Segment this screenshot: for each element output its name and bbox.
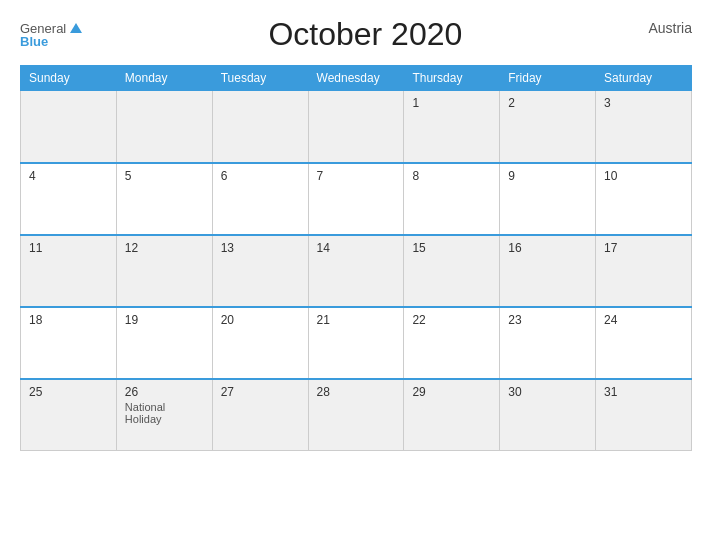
calendar-day-cell: 31 <box>596 379 692 451</box>
day-event-label: National Holiday <box>125 401 204 425</box>
calendar-header: General Blue October 2020 Austria <box>20 16 692 53</box>
day-number: 26 <box>125 385 204 399</box>
calendar-title: October 2020 <box>82 16 648 53</box>
calendar-week-row: 2526National Holiday2728293031 <box>21 379 692 451</box>
day-number: 27 <box>221 385 300 399</box>
calendar-day-cell: 26National Holiday <box>116 379 212 451</box>
day-number: 10 <box>604 169 683 183</box>
day-number: 31 <box>604 385 683 399</box>
day-number: 5 <box>125 169 204 183</box>
logo-triangle-icon <box>70 23 82 33</box>
calendar-day-cell: 1 <box>404 91 500 163</box>
calendar-day-cell <box>308 91 404 163</box>
weekday-header-sunday: Sunday <box>21 66 117 91</box>
calendar-day-cell: 10 <box>596 163 692 235</box>
day-number: 15 <box>412 241 491 255</box>
calendar-day-cell: 2 <box>500 91 596 163</box>
calendar-day-cell: 15 <box>404 235 500 307</box>
day-number: 24 <box>604 313 683 327</box>
calendar-day-cell: 30 <box>500 379 596 451</box>
calendar-day-cell <box>212 91 308 163</box>
calendar-day-cell: 27 <box>212 379 308 451</box>
calendar-table: SundayMondayTuesdayWednesdayThursdayFrid… <box>20 65 692 451</box>
calendar-day-cell: 4 <box>21 163 117 235</box>
weekday-header-saturday: Saturday <box>596 66 692 91</box>
calendar-day-cell: 11 <box>21 235 117 307</box>
day-number: 1 <box>412 96 491 110</box>
calendar-day-cell: 17 <box>596 235 692 307</box>
calendar-week-row: 18192021222324 <box>21 307 692 379</box>
calendar-container: General Blue October 2020 Austria Sunday… <box>0 0 712 550</box>
day-number: 22 <box>412 313 491 327</box>
calendar-day-cell: 22 <box>404 307 500 379</box>
day-number: 8 <box>412 169 491 183</box>
calendar-day-cell: 25 <box>21 379 117 451</box>
weekday-header-tuesday: Tuesday <box>212 66 308 91</box>
day-number: 12 <box>125 241 204 255</box>
day-number: 2 <box>508 96 587 110</box>
weekday-header-thursday: Thursday <box>404 66 500 91</box>
day-number: 29 <box>412 385 491 399</box>
day-number: 25 <box>29 385 108 399</box>
calendar-day-cell: 13 <box>212 235 308 307</box>
day-number: 7 <box>317 169 396 183</box>
day-number: 16 <box>508 241 587 255</box>
day-number: 9 <box>508 169 587 183</box>
logo-blue-text: Blue <box>20 35 48 48</box>
calendar-day-cell: 7 <box>308 163 404 235</box>
day-number: 28 <box>317 385 396 399</box>
calendar-day-cell: 29 <box>404 379 500 451</box>
calendar-day-cell: 20 <box>212 307 308 379</box>
day-number: 18 <box>29 313 108 327</box>
calendar-day-cell: 19 <box>116 307 212 379</box>
logo-general-text: General <box>20 22 66 35</box>
day-number: 30 <box>508 385 587 399</box>
weekday-header-friday: Friday <box>500 66 596 91</box>
calendar-day-cell <box>21 91 117 163</box>
day-number: 11 <box>29 241 108 255</box>
day-number: 6 <box>221 169 300 183</box>
calendar-day-cell: 18 <box>21 307 117 379</box>
day-number: 19 <box>125 313 204 327</box>
calendar-week-row: 11121314151617 <box>21 235 692 307</box>
day-number: 13 <box>221 241 300 255</box>
calendar-day-cell: 28 <box>308 379 404 451</box>
calendar-day-cell: 14 <box>308 235 404 307</box>
day-number: 3 <box>604 96 683 110</box>
calendar-day-cell: 24 <box>596 307 692 379</box>
calendar-day-cell: 8 <box>404 163 500 235</box>
day-number: 21 <box>317 313 396 327</box>
weekday-header-monday: Monday <box>116 66 212 91</box>
calendar-day-cell: 5 <box>116 163 212 235</box>
day-number: 20 <box>221 313 300 327</box>
logo: General Blue <box>20 22 82 48</box>
calendar-day-cell: 3 <box>596 91 692 163</box>
calendar-day-cell: 6 <box>212 163 308 235</box>
weekday-header-row: SundayMondayTuesdayWednesdayThursdayFrid… <box>21 66 692 91</box>
calendar-week-row: 45678910 <box>21 163 692 235</box>
day-number: 14 <box>317 241 396 255</box>
calendar-week-row: 123 <box>21 91 692 163</box>
day-number: 23 <box>508 313 587 327</box>
calendar-day-cell: 12 <box>116 235 212 307</box>
country-label: Austria <box>648 20 692 36</box>
day-number: 4 <box>29 169 108 183</box>
calendar-day-cell: 23 <box>500 307 596 379</box>
calendar-day-cell: 9 <box>500 163 596 235</box>
calendar-day-cell: 21 <box>308 307 404 379</box>
day-number: 17 <box>604 241 683 255</box>
calendar-day-cell <box>116 91 212 163</box>
weekday-header-wednesday: Wednesday <box>308 66 404 91</box>
calendar-day-cell: 16 <box>500 235 596 307</box>
